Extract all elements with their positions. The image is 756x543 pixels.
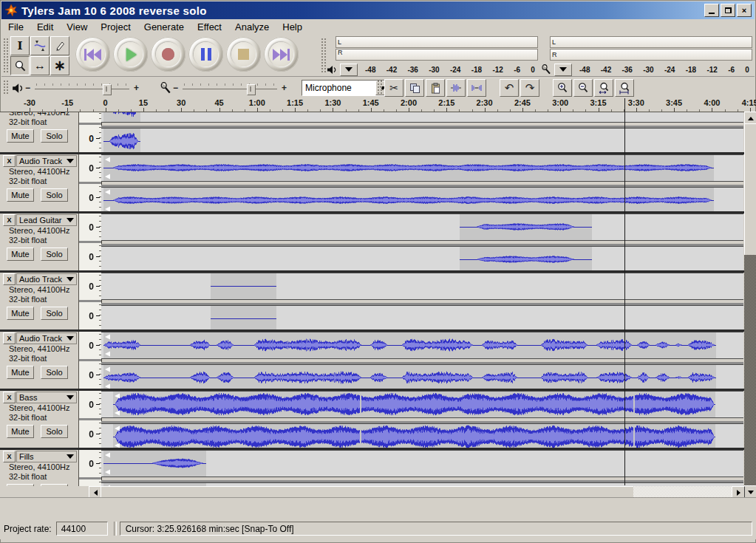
waveform-canvas[interactable] xyxy=(101,391,743,418)
recording-meter-menu-button[interactable] xyxy=(554,64,572,76)
recording-meter-left-bar[interactable] xyxy=(550,36,752,48)
gain-ruler[interactable]: 00 xyxy=(79,332,102,389)
cut-button[interactable]: ✂ xyxy=(384,79,403,97)
title-bar[interactable]: Tylers Jam 10 6 2008 reverse solo × xyxy=(1,1,755,19)
track-close-button[interactable]: X xyxy=(3,155,16,167)
waveform-canvas[interactable] xyxy=(101,450,743,477)
menu-file[interactable]: File xyxy=(1,20,30,34)
menu-project[interactable]: Project xyxy=(94,20,137,34)
record-button[interactable] xyxy=(151,37,185,72)
gain-ruler[interactable]: 00 xyxy=(79,214,102,270)
zoom-in-button[interactable] xyxy=(553,79,572,97)
waveform-canvas[interactable] xyxy=(101,423,743,450)
track-title-button[interactable]: Lead Guitar xyxy=(16,214,77,226)
undo-button[interactable]: ↶ xyxy=(500,79,519,97)
track-title-button[interactable]: Bass xyxy=(16,392,77,403)
pause-button[interactable] xyxy=(188,37,223,72)
timeline-ruler[interactable]: -30-1501530451:001:151:301:452:002:152:3… xyxy=(1,98,755,112)
solo-button[interactable]: Solo xyxy=(41,247,68,261)
playback-volume-thumb[interactable] xyxy=(103,84,112,95)
waveform-canvas[interactable] xyxy=(101,332,743,359)
input-volume-thumb[interactable] xyxy=(247,84,256,95)
vertical-scrollbar[interactable] xyxy=(744,112,756,497)
fit-project-button[interactable] xyxy=(615,79,634,97)
horizontal-scrollbar[interactable] xyxy=(89,486,743,497)
mute-button[interactable]: Mute xyxy=(7,307,34,320)
playback-volume-slider[interactable] xyxy=(35,81,129,95)
vertical-scroll-trough[interactable] xyxy=(744,255,756,485)
mute-button[interactable]: Mute xyxy=(7,129,34,143)
stop-button[interactable] xyxy=(226,37,261,72)
minimize-button[interactable] xyxy=(704,4,719,17)
silence-button[interactable] xyxy=(467,79,486,97)
menu-help[interactable]: Help xyxy=(276,20,309,34)
copy-button[interactable] xyxy=(405,79,424,97)
skip-start-button[interactable] xyxy=(75,37,110,72)
redo-button[interactable]: ↷ xyxy=(520,79,539,97)
track-title-button[interactable]: Fills xyxy=(16,451,77,462)
skip-end-button[interactable] xyxy=(264,37,299,72)
gain-ruler[interactable]: 00 xyxy=(79,273,102,329)
horizontal-scroll-trough[interactable] xyxy=(633,486,732,497)
track-title-button[interactable]: Audio Track xyxy=(16,332,77,344)
playback-meter-right-bar[interactable] xyxy=(336,49,538,61)
vertical-scroll-thumb[interactable] xyxy=(744,123,756,256)
playback-meter-left-bar[interactable] xyxy=(336,36,538,48)
selection-tool-button[interactable]: I xyxy=(10,36,30,55)
track-close-button[interactable]: X xyxy=(3,392,16,403)
paste-button[interactable] xyxy=(426,79,445,97)
waveform-canvas[interactable] xyxy=(101,273,743,300)
restore-button[interactable] xyxy=(721,4,735,17)
toolbar-grip[interactable] xyxy=(3,80,9,95)
playback-meter-menu-button[interactable] xyxy=(340,64,358,76)
waveform-canvas[interactable] xyxy=(101,187,743,214)
zoom-out-button[interactable] xyxy=(573,79,593,97)
waveform-canvas[interactable] xyxy=(101,364,743,391)
solo-button[interactable]: Solo xyxy=(41,366,68,379)
trim-button[interactable] xyxy=(446,79,466,97)
solo-button[interactable]: Solo xyxy=(41,425,68,438)
waveform-canvas[interactable] xyxy=(101,128,743,154)
input-volume-slider[interactable] xyxy=(183,81,277,95)
track-close-button[interactable]: X xyxy=(3,273,16,285)
solo-button[interactable]: Solo xyxy=(41,188,68,202)
menu-view[interactable]: View xyxy=(60,20,94,34)
menu-generate[interactable]: Generate xyxy=(137,20,191,34)
waveform-canvas[interactable] xyxy=(101,112,743,123)
track-close-button[interactable]: X xyxy=(3,451,16,462)
mute-button[interactable]: Mute xyxy=(7,188,34,202)
track-close-button[interactable]: X xyxy=(3,332,16,344)
mute-button[interactable]: Mute xyxy=(7,425,34,438)
zoom-tool-button[interactable] xyxy=(10,56,30,75)
draw-tool-button[interactable] xyxy=(50,36,69,55)
recording-meter-right-bar[interactable] xyxy=(550,49,752,61)
timeshift-tool-button[interactable]: ↔ xyxy=(30,56,50,75)
mute-button[interactable]: Mute xyxy=(7,247,34,261)
solo-button[interactable]: Solo xyxy=(41,307,68,320)
gain-ruler[interactable]: 00 xyxy=(79,450,102,487)
close-button[interactable]: × xyxy=(737,4,752,17)
gain-ruler[interactable]: 00 xyxy=(79,112,102,152)
solo-button[interactable]: Solo xyxy=(41,129,68,143)
play-button[interactable] xyxy=(113,37,148,72)
menu-effect[interactable]: Effect xyxy=(191,20,228,34)
waveform-canvas[interactable] xyxy=(101,305,743,332)
gain-zero-label: 0 xyxy=(89,429,94,440)
track-close-button[interactable]: X xyxy=(3,214,16,226)
waveform-canvas[interactable] xyxy=(101,214,743,241)
envelope-tool-button[interactable] xyxy=(30,36,50,55)
mute-button[interactable]: Mute xyxy=(7,366,34,379)
track-title-button[interactable]: Audio Track xyxy=(16,273,77,285)
gain-ruler[interactable]: 00 xyxy=(79,154,102,211)
fit-selection-button[interactable] xyxy=(594,79,613,97)
multi-tool-button[interactable]: ∗ xyxy=(50,56,69,75)
gain-ruler[interactable]: 00 xyxy=(79,391,102,448)
menu-edit[interactable]: Edit xyxy=(30,20,60,34)
waveform-canvas[interactable] xyxy=(101,154,743,182)
toolbar-grip[interactable] xyxy=(3,38,9,73)
menu-analyze[interactable]: Analyze xyxy=(228,20,276,34)
track-title-button[interactable]: Audio Track xyxy=(16,155,77,167)
track-format-info: 32-bit float xyxy=(1,295,78,304)
toolbar-grip[interactable] xyxy=(377,80,383,95)
waveform-canvas[interactable] xyxy=(101,246,743,273)
